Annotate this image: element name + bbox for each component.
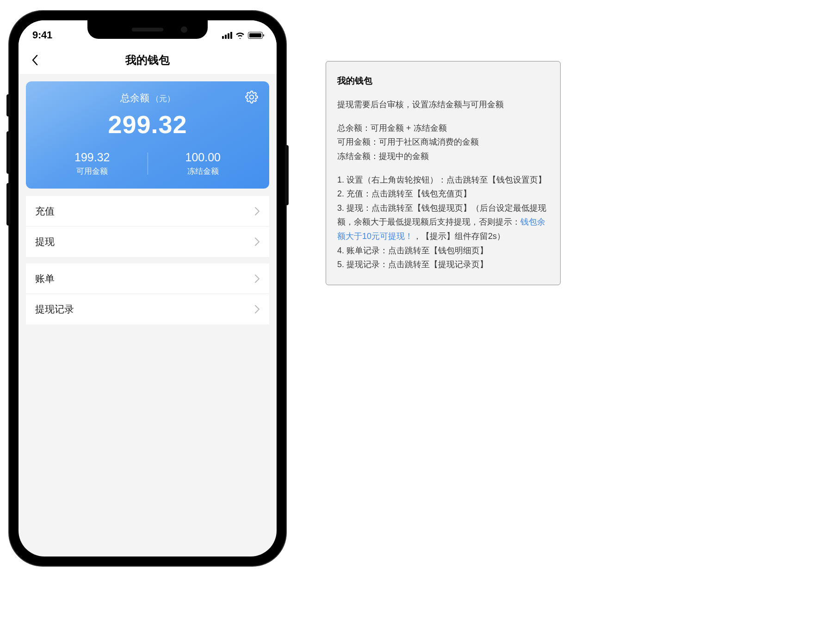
doc-title: 我的钱包: [337, 73, 549, 88]
balance-split: 199.32 可用金额 100.00 冻结金额: [37, 151, 258, 177]
doc-intro: 提现需要后台审核，设置冻结金额与可用金额: [337, 98, 549, 112]
page-title: 我的钱包: [125, 53, 170, 67]
doc-item-withdraw: 3. 提现：点击跳转至【钱包提现页】（后台设定最低提现额，余额大于最低提现额后支…: [337, 201, 549, 244]
balance-label-text: 总余额: [120, 92, 149, 104]
doc-definitions: 总余额：可用金额 + 冻结金额 可用金额：可用于社区商城消费的金额 冻结金额：提…: [337, 121, 549, 164]
doc-def-frozen: 冻结金额：提现中的金额: [337, 149, 549, 164]
doc-item-bill: 4. 账单记录：点击跳转至【钱包明细页】: [337, 244, 549, 258]
doc-item-settings: 1. 设置（右上角齿轮按钮）：点击跳转至【钱包设置页】: [337, 173, 549, 187]
chevron-left-icon: [31, 55, 38, 66]
menu-group: 账单 提现记录: [26, 263, 269, 324]
bill-item[interactable]: 账单: [26, 263, 269, 294]
withdraw-record-item[interactable]: 提现记录: [26, 294, 269, 324]
balance-unit: （元）: [151, 93, 175, 104]
frozen-balance: 100.00 冻结金额: [148, 151, 259, 177]
status-time: 9:41: [32, 29, 52, 41]
menu-label: 提现记录: [35, 303, 74, 316]
chevron-right-icon: [254, 305, 260, 314]
phone-notch: [87, 20, 208, 39]
notch-camera: [181, 26, 187, 33]
frozen-label: 冻结金额: [148, 166, 259, 177]
content: 总余额 （元） 299.32 199.32 可用金额: [19, 74, 277, 332]
settings-button[interactable]: [245, 91, 258, 104]
wifi-icon: [235, 32, 245, 39]
documentation-panel: 我的钱包 提现需要后台审核，设置冻结金额与可用金额 总余额：可用金额 + 冻结金…: [326, 61, 561, 285]
doc-def-total: 总余额：可用金额 + 冻结金额: [337, 121, 549, 135]
menu-label: 充值: [35, 205, 55, 218]
menu-label: 账单: [35, 272, 55, 285]
phone-side-button: [6, 131, 10, 174]
available-label: 可用金额: [37, 166, 148, 177]
balance-amount: 299.32: [37, 110, 258, 139]
withdraw-item[interactable]: 提现: [26, 226, 269, 257]
notch-speaker: [132, 28, 163, 31]
menu-label: 提现: [35, 235, 55, 248]
menu-group: 充值 提现: [26, 196, 269, 257]
frozen-value: 100.00: [148, 151, 259, 164]
doc-def-available: 可用金额：可用于社区商城消费的金额: [337, 135, 549, 149]
gear-icon: [245, 91, 258, 104]
doc-item-recharge: 2. 充值：点击跳转至【钱包充值页】: [337, 187, 549, 201]
balance-header: 总余额 （元）: [37, 92, 258, 104]
back-button[interactable]: [28, 53, 42, 67]
balance-label: 总余额 （元）: [120, 92, 175, 104]
balance-card: 总余额 （元） 299.32 199.32 可用金额: [26, 81, 269, 189]
phone-mockup: 9:41 我的钱包: [9, 11, 286, 566]
doc-list: 1. 设置（右上角齿轮按钮）：点击跳转至【钱包设置页】 2. 充值：点击跳转至【…: [337, 173, 549, 272]
phone-side-button: [6, 183, 10, 226]
chevron-right-icon: [254, 207, 260, 216]
chevron-right-icon: [254, 237, 260, 246]
status-icons: [222, 31, 263, 39]
cellular-signal-icon: [222, 31, 232, 39]
phone-side-button: [6, 94, 10, 116]
phone-side-button: [285, 145, 289, 205]
available-value: 199.32: [37, 151, 148, 164]
recharge-item[interactable]: 充值: [26, 196, 269, 226]
chevron-right-icon: [254, 274, 260, 283]
available-balance: 199.32 可用金额: [37, 151, 148, 177]
phone-screen: 9:41 我的钱包: [19, 20, 277, 556]
nav-bar: 我的钱包: [19, 46, 277, 74]
battery-icon: [248, 32, 263, 39]
doc-item-withdraw-record: 5. 提现记录：点击跳转至【提现记录页】: [337, 257, 549, 272]
